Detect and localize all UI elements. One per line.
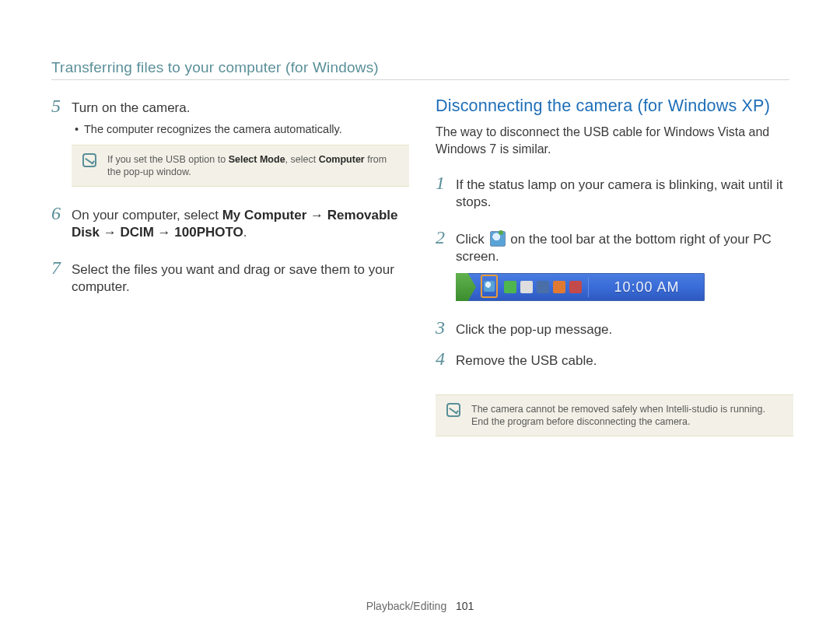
tray-icon — [504, 281, 516, 293]
step-number: 3 — [436, 318, 456, 337]
note-box: The camera cannot be removed safely when… — [436, 394, 793, 436]
step-6: 6 On your computer, select My Computer →… — [51, 204, 409, 241]
footer-section: Playback/Editing — [366, 600, 447, 612]
note-text: If you set the USB option to Select Mode… — [107, 153, 398, 178]
tray-icon — [569, 281, 582, 293]
bullet-text: The computer recognizes the camera autom… — [84, 121, 342, 137]
bullet-dot: • — [75, 121, 84, 137]
step-text: Turn on the camera. — [72, 100, 409, 117]
step-number: 1 — [436, 173, 456, 192]
divider — [51, 79, 789, 80]
highlighted-tray-icon — [481, 275, 498, 298]
step-3: 3 Click the pop-up message. — [436, 318, 793, 338]
taskbar-illustration: 10:00 AM — [456, 273, 705, 301]
start-chevron-icon — [456, 273, 476, 301]
right-column: Disconnecting the camera (for Windows XP… — [436, 96, 793, 454]
step-number: 7 — [51, 258, 72, 277]
step-text: On your computer, select My Computer → R… — [72, 207, 409, 241]
step-number: 6 — [51, 204, 72, 222]
left-column: 5 Turn on the camera. • The computer rec… — [51, 96, 409, 300]
tray-icon — [537, 281, 549, 293]
note-icon — [446, 403, 460, 417]
step-text: Remove the USB cable. — [456, 352, 793, 370]
step-4: 4 Remove the USB cable. — [436, 349, 793, 370]
topic-title: Transferring files to your computer (for… — [51, 59, 379, 76]
step-2: 2 Click on the tool bar at the bottom ri… — [436, 228, 793, 265]
tray-icon — [520, 281, 533, 293]
page-number: 101 — [456, 600, 474, 612]
step-number: 4 — [436, 349, 456, 368]
step-number: 5 — [51, 96, 72, 115]
tray-divider — [588, 277, 589, 297]
step-1: 1 If the status lamp on your camera is b… — [436, 173, 793, 211]
section-heading: Disconnecting the camera (for Windows XP… — [436, 96, 793, 116]
step-text: Click the pop-up message. — [456, 321, 793, 338]
note-icon — [82, 153, 96, 167]
step-text: If the status lamp on your camera is bli… — [456, 177, 793, 211]
note-box: If you set the USB option to Select Mode… — [72, 145, 409, 187]
safely-remove-hardware-icon — [484, 281, 495, 292]
step-7: 7 Select the files you want and drag or … — [51, 258, 409, 296]
tray-icons-group — [499, 281, 586, 293]
sub-bullet: • The computer recognizes the camera aut… — [75, 121, 409, 137]
step-number: 2 — [436, 228, 456, 247]
step-5: 5 Turn on the camera. — [51, 96, 409, 117]
step-text: Select the files you want and drag or sa… — [72, 261, 409, 296]
safely-remove-hardware-icon — [490, 231, 506, 247]
page: Transferring files to your computer (for… — [0, 0, 840, 634]
page-footer: Playback/Editing 101 — [0, 600, 840, 612]
tray-icon — [553, 281, 565, 293]
note-text: The camera cannot be removed safely when… — [471, 403, 782, 428]
intro-text: The way to disconnect the USB cable for … — [436, 124, 793, 158]
tray-clock: 10:00 AM — [593, 279, 705, 296]
step-text: Click on the tool bar at the bottom righ… — [456, 231, 793, 265]
